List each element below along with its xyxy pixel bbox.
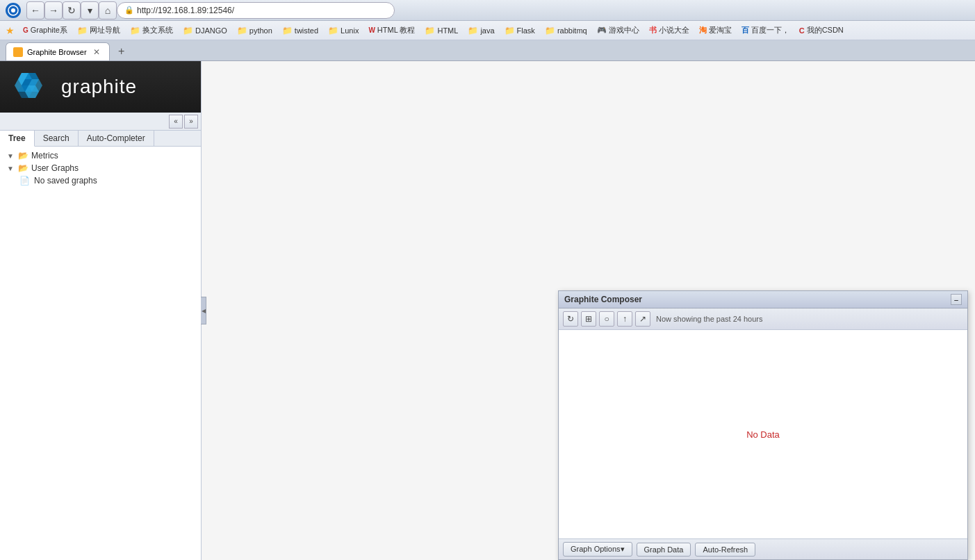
composer-grid-button[interactable]: ⊞ xyxy=(581,311,596,327)
metrics-label: Metrics xyxy=(31,151,58,160)
composer-upload-button[interactable]: ↑ xyxy=(617,311,632,327)
bookmark-novels[interactable]: 书 小说大全 xyxy=(645,24,694,37)
tab-favicon xyxy=(13,47,23,57)
bookmark-java[interactable]: 📁 java xyxy=(464,24,498,37)
folder-icon-9: 📁 xyxy=(505,26,515,35)
bookmark-novels-label: 小说大全 xyxy=(659,25,689,35)
tab-auto-completer[interactable]: Auto-Completer xyxy=(79,131,154,146)
composer-title-text: Graphite Composer xyxy=(564,295,642,304)
auto-refresh-button[interactable]: Auto-Refresh xyxy=(695,543,755,557)
bookmark-taobao-label: 爱淘宝 xyxy=(709,25,732,35)
graphite-logo-svg xyxy=(11,69,53,104)
composer-toolbar: ↻ ⊞ ○ ↑ ↗ Now showing the past 24 hours xyxy=(559,308,967,330)
browser-window: ← → ↻ ▾ ⌂ 🔒 http://192.168.1.89:12546/ ★… xyxy=(0,0,975,560)
folder-icon-5: 📁 xyxy=(282,26,293,35)
doc-icon: 📄 xyxy=(19,176,30,186)
sidebar-tabs: Tree Search Auto-Completer xyxy=(0,131,201,147)
refresh-button[interactable]: ↻ xyxy=(63,1,81,19)
graph-data-button[interactable]: Graph Data xyxy=(637,543,691,557)
bookmark-baidu[interactable]: 百 百度一下， xyxy=(737,24,794,37)
sidebar-collapse-handle[interactable]: ◀ xyxy=(201,297,206,324)
bookmark-nav-label: 网址导航 xyxy=(90,25,120,35)
expand-user-graphs-icon: ▼ xyxy=(6,163,15,173)
folder-icon-8: 📁 xyxy=(468,26,478,35)
novels-favicon: 书 xyxy=(649,25,657,35)
main-panel: Graphite Composer – ↻ ⊞ ○ ↑ ↗ Now showin… xyxy=(202,61,975,560)
taobao-favicon: 淘 xyxy=(699,25,707,35)
bookmark-rabbitmq[interactable]: 📁 rabbitmq xyxy=(541,24,591,37)
back-button[interactable]: ← xyxy=(26,1,44,19)
bookmark-rabbitmq-label: rabbitmq xyxy=(557,26,587,35)
collapse-left-button[interactable]: « xyxy=(169,115,183,129)
active-tab[interactable]: Graphite Browser ✕ xyxy=(6,42,110,60)
tree-item-user-graphs[interactable]: ▼ 📂 User Graphs xyxy=(0,162,201,174)
browser-logo xyxy=(6,3,21,18)
bookmark-html-label: HTML xyxy=(437,26,458,35)
tab-title: Graphite Browser xyxy=(27,48,87,56)
bookmark-games-label: 游戏中心 xyxy=(609,25,639,35)
title-bar: ← → ↻ ▾ ⌂ 🔒 http://192.168.1.89:12546/ xyxy=(0,0,975,21)
tree-item-metrics[interactable]: ▼ 📂 Metrics xyxy=(0,149,201,162)
composer-minimize-button[interactable]: – xyxy=(951,294,962,305)
bookmark-csdn[interactable]: C 我的CSDN xyxy=(795,24,848,37)
bookmark-nav[interactable]: 📁 网址导航 xyxy=(73,24,124,37)
forward-button[interactable]: → xyxy=(44,1,63,19)
bookmark-graphite[interactable]: G Graphite系 xyxy=(19,24,72,37)
graphite-favicon: G xyxy=(23,26,28,34)
sidebar-toolbar: « » xyxy=(0,113,201,131)
security-icon: 🔒 xyxy=(124,6,134,15)
svg-point-2 xyxy=(15,49,21,55)
tab-tree[interactable]: Tree xyxy=(0,131,35,147)
composer-footer: Graph Options▾ Graph Data Auto-Refresh xyxy=(559,538,967,559)
bookmark-python[interactable]: 📁 python xyxy=(233,24,277,37)
no-saved-graphs-label: No saved graphs xyxy=(34,176,97,186)
bookmark-换文[interactable]: 📁 换文系统 xyxy=(126,24,177,37)
tab-bar: Graphite Browser ✕ + xyxy=(0,40,975,61)
bookmark-twisted-label: twisted xyxy=(295,26,318,35)
graph-options-button[interactable]: Graph Options▾ xyxy=(563,542,632,557)
composer-refresh-button[interactable]: ↻ xyxy=(563,311,578,327)
tree-item-no-saved-graphs[interactable]: 📄 No saved graphs xyxy=(0,174,201,187)
bookmark-games[interactable]: 🎮 游戏中心 xyxy=(593,24,644,37)
bookmark-star-icon[interactable]: ★ xyxy=(3,25,17,36)
no-data-label: No Data xyxy=(746,429,780,440)
bookmark-lunix-label: Lunix xyxy=(341,26,359,35)
collapse-right-button[interactable]: » xyxy=(184,115,198,129)
bookmark-django[interactable]: 📁 DJANGO xyxy=(179,24,231,37)
folder-icon: 📁 xyxy=(77,26,88,35)
composer-share-button[interactable]: ↗ xyxy=(635,311,650,327)
composer-status-text: Now showing the past 24 hours xyxy=(656,315,762,323)
bookmark-twisted[interactable]: 📁 twisted xyxy=(278,24,322,37)
html-tutorial-favicon: W xyxy=(368,26,375,34)
tree-content: ▼ 📂 Metrics ▼ 📂 User Graphs 📄 No saved g… xyxy=(0,147,201,560)
bookmark-flask-label: Flask xyxy=(517,26,535,35)
composer-clock-button[interactable]: ○ xyxy=(599,311,614,327)
folder-icon-2: 📁 xyxy=(130,26,140,35)
composer-titlebar: Graphite Composer – xyxy=(559,291,967,308)
user-graphs-label: User Graphs xyxy=(31,163,79,173)
composer-window: Graphite Composer – ↻ ⊞ ○ ↑ ↗ Now showin… xyxy=(558,290,968,560)
new-tab-button[interactable]: + xyxy=(113,42,131,60)
composer-graph-area: No Data xyxy=(559,330,967,538)
bookmark-csdn-label: 我的CSDN xyxy=(807,25,844,35)
address-text: http://192.168.1.89:12546/ xyxy=(137,6,234,15)
baidu-favicon: 百 xyxy=(742,25,749,35)
tab-close-button[interactable]: ✕ xyxy=(91,47,102,58)
tab-search[interactable]: Search xyxy=(35,131,79,146)
bookmark-flask[interactable]: 📁 Flask xyxy=(500,24,539,37)
games-favicon: 🎮 xyxy=(597,26,607,35)
csdn-favicon: C xyxy=(799,26,805,35)
address-bar[interactable]: 🔒 http://192.168.1.89:12546/ xyxy=(117,2,395,19)
home-button[interactable]: ⌂ xyxy=(99,1,117,19)
bookmark-python-label: python xyxy=(249,26,272,35)
graphite-header: graphite xyxy=(0,61,201,113)
folder-icon-4: 📁 xyxy=(237,26,247,35)
bookmark-java-label: java xyxy=(480,26,494,35)
refresh-dropdown-button[interactable]: ▾ xyxy=(81,1,99,19)
bookmark-lunix[interactable]: 📁 Lunix xyxy=(324,24,363,37)
folder-icon-7: 📁 xyxy=(425,26,435,35)
folder-icon-6: 📁 xyxy=(328,26,338,35)
bookmark-html-tutorial[interactable]: W HTML 教程 xyxy=(364,24,419,37)
bookmark-html[interactable]: 📁 HTML xyxy=(420,24,462,37)
bookmark-taobao[interactable]: 淘 爱淘宝 xyxy=(695,24,736,37)
